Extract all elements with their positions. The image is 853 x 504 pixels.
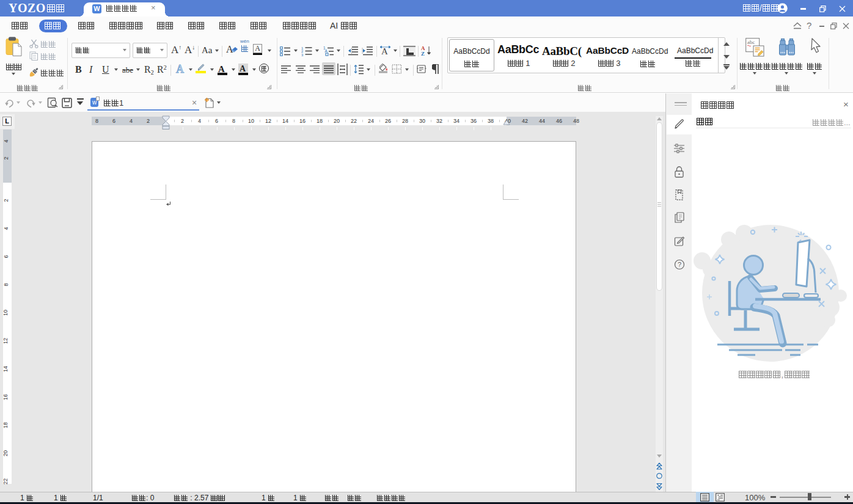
svg-text:?: ? — [678, 261, 681, 268]
svg-text:Z: Z — [421, 51, 425, 57]
svg-text:A: A — [325, 49, 328, 53]
svg-text:A: A — [381, 46, 388, 56]
svg-text:abc: abc — [747, 39, 755, 45]
svg-text:3: 3 — [301, 53, 304, 57]
